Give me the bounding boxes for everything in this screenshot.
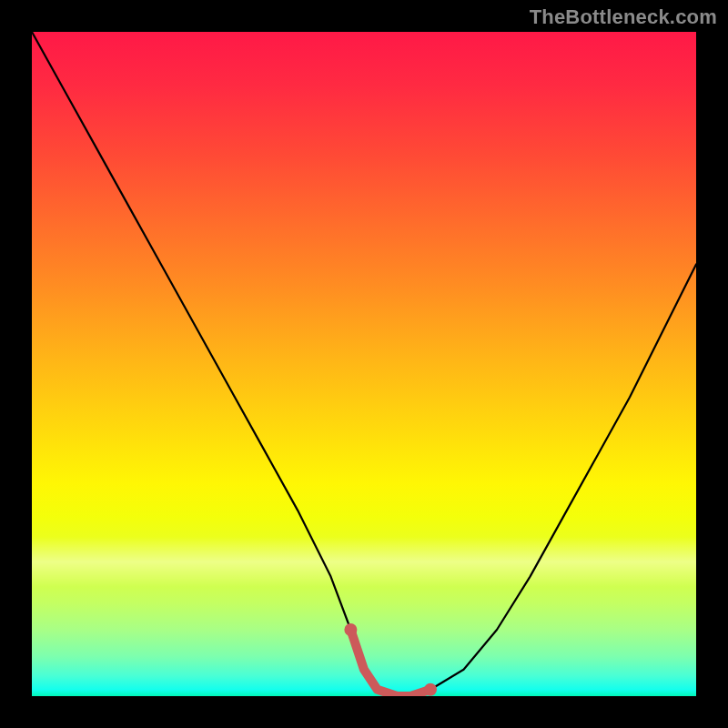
- highlight-curve: [350, 630, 430, 696]
- curve-svg: [32, 32, 696, 696]
- highlight-dot: [344, 623, 357, 636]
- main-curve: [32, 32, 696, 696]
- plot-area: [32, 32, 696, 696]
- highlight-dot: [424, 683, 437, 696]
- chart-frame: TheBottleneck.com: [0, 0, 728, 728]
- watermark-text: TheBottleneck.com: [530, 5, 717, 29]
